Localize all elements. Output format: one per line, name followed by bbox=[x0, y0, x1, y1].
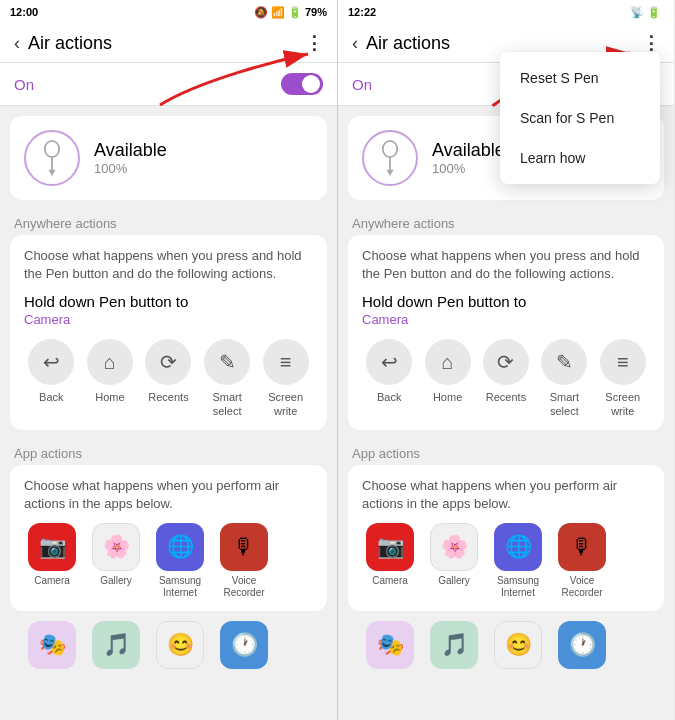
left-app-extra1[interactable]: 🎭 bbox=[24, 621, 80, 673]
left-toggle[interactable] bbox=[281, 73, 323, 95]
left-action-back-label: Back bbox=[39, 391, 63, 404]
left-anywhere-header: Anywhere actions bbox=[0, 206, 337, 235]
left-on-label: On bbox=[14, 76, 34, 93]
left-page-title: Air actions bbox=[28, 33, 112, 54]
right-app-extra3[interactable]: 😊 bbox=[490, 621, 546, 669]
right-action-home-label: Home bbox=[433, 391, 462, 404]
right-page-title: Air actions bbox=[366, 33, 450, 54]
right-app-gallery-label: Gallery bbox=[438, 575, 470, 587]
dropdown-learn-how[interactable]: Learn how bbox=[500, 138, 660, 178]
svg-point-0 bbox=[45, 141, 59, 157]
left-app-card: Choose what happens when you perform air… bbox=[10, 465, 327, 611]
right-action-smart-select-label: Smart select bbox=[538, 391, 590, 417]
right-content-area: Available 100% Anywhere actions Choose w… bbox=[338, 106, 674, 720]
left-action-home[interactable]: ⌂ Home bbox=[84, 339, 136, 404]
right-app-camera-icon: 📷 bbox=[366, 523, 414, 571]
left-app-extra2[interactable]: 🎵 bbox=[88, 621, 144, 673]
left-app-gallery[interactable]: 🌸 Gallery bbox=[88, 523, 144, 599]
right-anywhere-card: Choose what happens when you press and h… bbox=[348, 235, 664, 430]
left-time: 12:00 bbox=[10, 6, 38, 18]
left-actions-row: ↩ Back ⌂ Home ⟳ Recents ✎ Smart select ≡ bbox=[24, 339, 313, 417]
left-app-desc: Choose what happens when you perform air… bbox=[24, 477, 313, 513]
left-app-gallery-icon: 🌸 bbox=[92, 523, 140, 571]
left-pen-card: Available 100% bbox=[10, 116, 327, 200]
right-app-voice[interactable]: 🎙 Voice Recorder bbox=[554, 523, 610, 599]
left-action-screen-write[interactable]: ≡ Screen write bbox=[260, 339, 312, 417]
left-app-icons-row: 📷 Camera 🌸 Gallery 🌐 Samsung Internet 🎙 … bbox=[24, 523, 313, 599]
left-menu-button[interactable]: ⋮ bbox=[305, 32, 323, 54]
right-app-extra1[interactable]: 🎭 bbox=[362, 621, 418, 669]
left-status-icons: 🔕 📶 🔋 79% bbox=[254, 6, 327, 19]
left-app-extra3[interactable]: 😊 bbox=[152, 621, 208, 673]
dropdown-scan-spen[interactable]: Scan for S Pen bbox=[500, 98, 660, 138]
left-pen-svg-icon bbox=[37, 140, 67, 176]
left-app-voice[interactable]: 🎙 Voice Recorder bbox=[216, 523, 272, 599]
right-app-samsung[interactable]: 🌐 Samsung Internet bbox=[490, 523, 546, 599]
right-on-label: On bbox=[352, 76, 372, 93]
left-toggle-knob bbox=[302, 75, 320, 93]
right-top-bar-left: ‹ Air actions bbox=[352, 33, 450, 54]
right-app-extra1-icon: 🎭 bbox=[366, 621, 414, 669]
left-anywhere-card: Choose what happens when you press and h… bbox=[10, 235, 327, 430]
right-action-recents-label: Recents bbox=[486, 391, 526, 404]
right-app-gallery[interactable]: 🌸 Gallery bbox=[426, 523, 482, 599]
right-action-back-icon: ↩ bbox=[366, 339, 412, 385]
right-hold-title: Hold down Pen button to bbox=[362, 293, 650, 310]
right-app-card: Choose what happens when you perform air… bbox=[348, 465, 664, 611]
right-app-samsung-label: Samsung Internet bbox=[490, 575, 546, 599]
right-action-screen-write-icon: ≡ bbox=[600, 339, 646, 385]
left-action-home-label: Home bbox=[95, 391, 124, 404]
left-action-screen-write-label: Screen write bbox=[260, 391, 312, 417]
right-app-desc: Choose what happens when you perform air… bbox=[362, 477, 650, 513]
left-app-extra4[interactable]: 🕐 bbox=[216, 621, 272, 673]
left-hold-title: Hold down Pen button to bbox=[24, 293, 313, 310]
left-app-camera-icon: 📷 bbox=[28, 523, 76, 571]
left-app-voice-label: Voice Recorder bbox=[216, 575, 272, 599]
left-pen-battery: 100% bbox=[94, 161, 167, 176]
left-app-gallery-label: Gallery bbox=[100, 575, 132, 587]
right-action-smart-select[interactable]: ✎ Smart select bbox=[538, 339, 590, 417]
right-back-button[interactable]: ‹ bbox=[352, 33, 358, 54]
left-action-recents[interactable]: ⟳ Recents bbox=[142, 339, 194, 404]
right-action-home[interactable]: ⌂ Home bbox=[422, 339, 474, 404]
right-app-header: App actions bbox=[338, 436, 674, 465]
right-app-bottom-row: 🎭 🎵 😊 🕐 bbox=[338, 621, 674, 679]
svg-marker-6 bbox=[386, 170, 393, 176]
left-app-camera[interactable]: 📷 Camera bbox=[24, 523, 80, 599]
left-top-bar: ‹ Air actions ⋮ bbox=[0, 24, 337, 63]
right-action-recents[interactable]: ⟳ Recents bbox=[480, 339, 532, 404]
left-back-button[interactable]: ‹ bbox=[14, 33, 20, 54]
right-app-voice-label: Voice Recorder bbox=[554, 575, 610, 599]
right-app-camera[interactable]: 📷 Camera bbox=[362, 523, 418, 599]
left-action-home-icon: ⌂ bbox=[87, 339, 133, 385]
left-panel: 12:00 🔕 📶 🔋 79% ‹ Air actions ⋮ On Avail… bbox=[0, 0, 337, 720]
right-app-extra2-icon: 🎵 bbox=[430, 621, 478, 669]
right-status-bar: 12:22 📡 🔋 bbox=[338, 0, 674, 24]
right-hold-value[interactable]: Camera bbox=[362, 312, 650, 327]
right-app-extra3-icon: 😊 bbox=[494, 621, 542, 669]
left-app-samsung[interactable]: 🌐 Samsung Internet bbox=[152, 523, 208, 599]
left-action-smart-select[interactable]: ✎ Smart select bbox=[201, 339, 253, 417]
right-action-back[interactable]: ↩ Back bbox=[363, 339, 415, 404]
right-actions-row: ↩ Back ⌂ Home ⟳ Recents ✎ Smart select ≡ bbox=[362, 339, 650, 417]
right-app-voice-icon: 🎙 bbox=[558, 523, 606, 571]
right-app-extra4-icon: 🕐 bbox=[558, 621, 606, 669]
left-hold-value[interactable]: Camera bbox=[24, 312, 313, 327]
left-content-area: Available 100% Anywhere actions Choose w… bbox=[0, 106, 337, 720]
right-action-smart-select-icon: ✎ bbox=[541, 339, 587, 385]
left-anywhere-desc: Choose what happens when you press and h… bbox=[24, 247, 313, 283]
right-time: 12:22 bbox=[348, 6, 376, 18]
dropdown-reset-spen[interactable]: Reset S Pen bbox=[500, 58, 660, 98]
right-app-extra2[interactable]: 🎵 bbox=[426, 621, 482, 669]
left-app-header: App actions bbox=[0, 436, 337, 465]
left-action-recents-icon: ⟳ bbox=[145, 339, 191, 385]
right-anywhere-desc: Choose what happens when you press and h… bbox=[362, 247, 650, 283]
right-pen-svg-icon bbox=[375, 140, 405, 176]
right-menu-button[interactable]: ⋮ bbox=[642, 32, 660, 54]
right-app-extra4[interactable]: 🕐 bbox=[554, 621, 610, 669]
left-app-extra1-icon: 🎭 bbox=[28, 621, 76, 669]
right-action-screen-write[interactable]: ≡ Screen write bbox=[597, 339, 649, 417]
left-action-back[interactable]: ↩ Back bbox=[25, 339, 77, 404]
left-app-extra2-icon: 🎵 bbox=[92, 621, 140, 669]
left-pen-info: Available 100% bbox=[94, 140, 167, 176]
